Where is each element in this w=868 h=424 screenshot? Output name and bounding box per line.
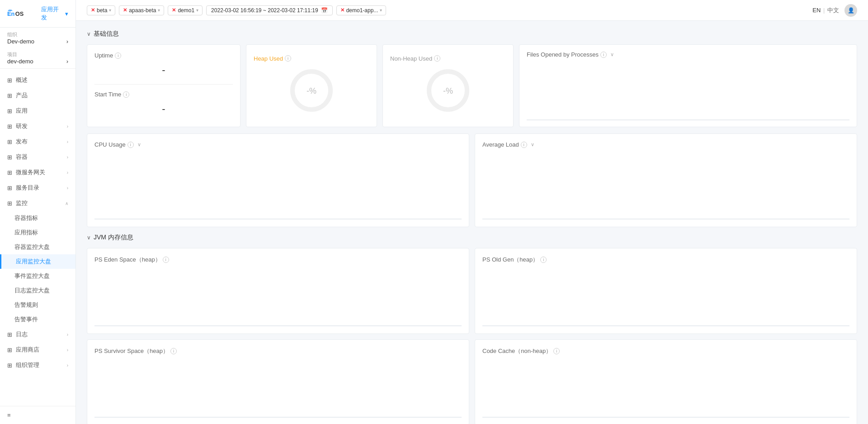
sidebar-proj[interactable]: 项目 dev-demo › bbox=[0, 48, 75, 69]
sidebar-item-microservice[interactable]: ⊞ 微服务网关 › bbox=[0, 165, 75, 180]
sidebar-item-product[interactable]: ⊞ 产品 bbox=[0, 88, 75, 103]
code-cache-info-icon[interactable]: i bbox=[553, 348, 560, 354]
filter-app-close[interactable]: ✕ bbox=[172, 7, 176, 13]
calendar-icon: 📅 bbox=[321, 7, 328, 14]
heap-gauge-value-text: -% bbox=[307, 86, 316, 95]
code-cache-chart bbox=[482, 359, 849, 418]
lang-en[interactable]: EN bbox=[812, 7, 821, 14]
filter-instance[interactable]: ✕ demo1-app... ▾ bbox=[336, 5, 387, 15]
heap-gauge-circle: -% bbox=[287, 66, 336, 117]
grid-icon: ⊞ bbox=[7, 331, 12, 338]
filter-bar: ✕ beta ▾ ✕ apaas-beta ▾ ✕ demo1 ▾ 2022-0… bbox=[76, 0, 868, 21]
lang-zh[interactable]: 中文 bbox=[827, 7, 839, 14]
org-arrow-icon: › bbox=[66, 38, 68, 45]
sidebar-item-service[interactable]: ⊞ 服务目录 › bbox=[0, 180, 75, 195]
sidebar-collapse[interactable]: ≡ bbox=[0, 406, 75, 424]
filter-cluster-close[interactable]: ✕ bbox=[123, 7, 127, 13]
ps-old-info-icon[interactable]: i bbox=[540, 257, 547, 263]
card-code-cache: Code Cache（non-heap） i bbox=[475, 339, 857, 424]
files-opened-info-icon[interactable]: i bbox=[600, 52, 607, 58]
org-value[interactable]: Dev-demo › bbox=[7, 38, 68, 45]
sidebar-item-alert-events[interactable]: 告警事件 bbox=[0, 312, 75, 327]
grid-icon: ⊞ bbox=[7, 108, 12, 114]
sidebar-org[interactable]: 组织 Dev-demo › bbox=[0, 28, 75, 48]
filter-list: ✕ beta ▾ ✕ apaas-beta ▾ ✕ demo1 ▾ 2022-0… bbox=[87, 5, 386, 15]
start-time-info-icon[interactable]: i bbox=[123, 91, 129, 98]
card-average-load: Average Load i ∨ bbox=[475, 133, 857, 227]
org-manage-arrow-icon: › bbox=[67, 363, 68, 368]
filter-instance-value: demo1-app... bbox=[346, 7, 378, 14]
content-area: ∨ 基础信息 Uptime i - Start Time i bbox=[76, 21, 868, 424]
basic-info-collapse-icon[interactable]: ∨ bbox=[87, 31, 91, 37]
sidebar-item-container[interactable]: ⊞ 容器 › bbox=[0, 149, 75, 165]
filter-date[interactable]: 2022-03-02 16:56:19 ~ 2022-03-02 17:11:1… bbox=[206, 5, 333, 15]
research-arrow-icon: › bbox=[67, 124, 68, 129]
average-load-expand-icon[interactable]: ∨ bbox=[531, 142, 534, 148]
filter-cluster-arrow-icon: ▾ bbox=[158, 8, 160, 13]
svg-text:OS: OS bbox=[15, 10, 24, 17]
filter-env[interactable]: ✕ beta ▾ bbox=[87, 5, 115, 15]
ps-eden-info-icon[interactable]: i bbox=[163, 257, 169, 263]
proj-label: 项目 bbox=[7, 51, 68, 58]
filter-date-value: 2022-03-02 16:56:19 ~ 2022-03-02 17:11:1… bbox=[211, 7, 318, 14]
sidebar-item-log[interactable]: ⊞ 日志 › bbox=[0, 327, 75, 342]
sidebar-item-log-dashboard[interactable]: 日志监控大盘 bbox=[0, 283, 75, 298]
sidebar-item-app-metrics[interactable]: 应用指标 bbox=[0, 225, 75, 240]
filter-cluster[interactable]: ✕ apaas-beta ▾ bbox=[119, 5, 164, 15]
sidebar-item-org-manage[interactable]: ⊞ 组织管理 › bbox=[0, 357, 75, 373]
sidebar-logo: En OS 应用开发 ▾ bbox=[0, 0, 75, 28]
start-time-value: - bbox=[94, 101, 233, 117]
publish-arrow-icon: › bbox=[67, 139, 68, 144]
files-opened-title: Files Opened by Processes i ∨ bbox=[527, 51, 849, 58]
sidebar-item-alert-rules[interactable]: 告警规则 bbox=[0, 298, 75, 312]
jvm-info-collapse-icon[interactable]: ∨ bbox=[87, 234, 91, 241]
svg-text:En: En bbox=[7, 10, 15, 17]
grid-icon: ⊞ bbox=[7, 362, 12, 369]
basic-info-section-header: ∨ 基础信息 bbox=[87, 30, 857, 38]
basic-info-row1: Uptime i - Start Time i - Heap Used bbox=[87, 44, 857, 127]
sidebar-item-research[interactable]: ⊞ 研发 › bbox=[0, 119, 75, 134]
filter-env-arrow-icon: ▾ bbox=[109, 8, 111, 13]
start-time-section: Start Time i - bbox=[94, 91, 233, 117]
card-ps-eden: PS Eden Space（heap） i bbox=[87, 248, 469, 334]
grid-icon: ⊞ bbox=[7, 154, 12, 161]
filter-env-close[interactable]: ✕ bbox=[91, 7, 95, 13]
filter-instance-close[interactable]: ✕ bbox=[340, 7, 344, 13]
jvm-info-title: JVM 内存信息 bbox=[94, 233, 133, 242]
sidebar-item-overview[interactable]: ⊞ 概述 bbox=[0, 72, 75, 88]
sidebar-item-event-dashboard[interactable]: 事件监控大盘 bbox=[0, 269, 75, 283]
lang-switch[interactable]: EN | 中文 bbox=[812, 6, 839, 14]
sidebar-item-app[interactable]: ⊞ 应用 bbox=[0, 103, 75, 119]
heap-used-info-icon[interactable]: i bbox=[285, 55, 291, 62]
cpu-usage-info-icon[interactable]: i bbox=[127, 142, 134, 148]
sidebar-item-container-metrics[interactable]: 容器指标 bbox=[0, 211, 75, 225]
uptime-title: Uptime i bbox=[94, 52, 233, 59]
non-heap-used-info-icon[interactable]: i bbox=[434, 55, 440, 62]
uptime-value: - bbox=[94, 62, 233, 78]
non-heap-gauge-value-text: -% bbox=[443, 86, 453, 95]
cpu-usage-expand-icon[interactable]: ∨ bbox=[137, 142, 141, 148]
filter-instance-arrow-icon: ▾ bbox=[380, 8, 382, 13]
grid-icon: ⊞ bbox=[7, 123, 12, 130]
sidebar-item-app-store[interactable]: ⊞ 应用商店 › bbox=[0, 342, 75, 357]
proj-value[interactable]: dev-demo › bbox=[7, 58, 68, 65]
user-avatar[interactable]: 👤 bbox=[844, 4, 857, 17]
filter-app[interactable]: ✕ demo1 ▾ bbox=[168, 5, 203, 15]
lang-sep: | bbox=[823, 7, 825, 14]
average-load-info-icon[interactable]: i bbox=[521, 142, 527, 148]
heap-gauge-svg: -% bbox=[287, 66, 336, 115]
app-store-arrow-icon: › bbox=[67, 348, 68, 353]
filter-cluster-value: apaas-beta bbox=[129, 7, 156, 14]
log-arrow-icon: › bbox=[67, 332, 68, 337]
grid-icon: ⊞ bbox=[7, 200, 12, 207]
ps-survivor-info-icon[interactable]: i bbox=[170, 348, 177, 354]
card-cpu-usage: CPU Usage i ∨ bbox=[87, 133, 469, 227]
sidebar-item-monitor[interactable]: ⊞ 监控 ∧ bbox=[0, 195, 75, 211]
files-opened-expand-icon[interactable]: ∨ bbox=[610, 52, 614, 57]
card-uptime-starttime: Uptime i - Start Time i - bbox=[87, 44, 241, 127]
uptime-info-icon[interactable]: i bbox=[115, 52, 121, 59]
sidebar-item-publish[interactable]: ⊞ 发布 › bbox=[0, 134, 75, 149]
sidebar-item-container-dashboard[interactable]: 容器监控大盘 bbox=[0, 240, 75, 254]
app-dev-label[interactable]: 应用开发 ▾ bbox=[41, 5, 68, 22]
sidebar-item-app-dashboard[interactable]: 应用监控大盘 bbox=[0, 254, 75, 269]
